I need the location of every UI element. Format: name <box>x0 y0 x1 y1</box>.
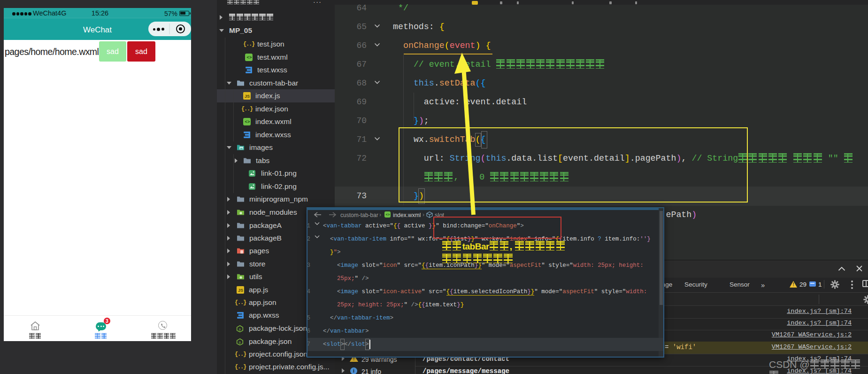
svg-text:js: js <box>238 327 241 331</box>
svg-text:js: js <box>238 341 241 344</box>
